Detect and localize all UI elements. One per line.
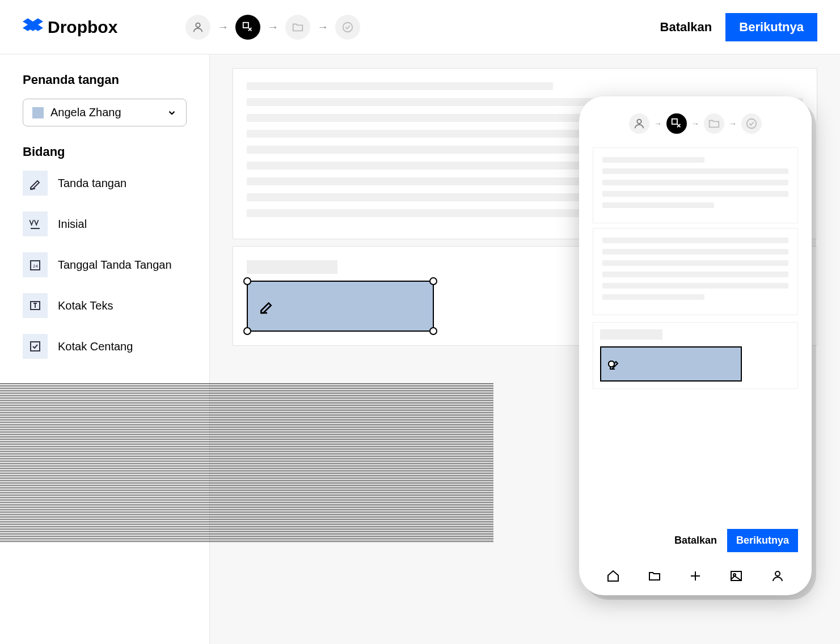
svg-rect-6	[31, 342, 40, 351]
field-label: Tanda tangan	[58, 177, 126, 190]
arrow-icon: →	[267, 20, 278, 33]
step-fields[interactable]	[666, 113, 687, 134]
mobile-actions: Batalkan Berikutnya	[593, 520, 798, 561]
nav-files[interactable]	[647, 568, 662, 584]
resize-handle[interactable]	[243, 327, 251, 335]
person-icon	[192, 21, 204, 33]
field-initials[interactable]: Inisial	[23, 211, 187, 236]
fields-list: Tanda tangan Inisial 24 Tanggal Tanda Ta…	[23, 171, 187, 359]
svg-point-2	[343, 22, 353, 32]
arrow-icon: →	[317, 20, 328, 33]
field-label: Kotak Teks	[58, 299, 113, 312]
skeleton-line	[602, 272, 788, 277]
mobile-doc-2	[593, 228, 798, 315]
folder-icon	[292, 21, 304, 33]
svg-point-7	[637, 120, 641, 124]
mobile-doc-area[interactable]	[593, 147, 798, 520]
fields-heading: Bidang	[23, 145, 187, 159]
step-confirm[interactable]	[741, 113, 762, 134]
brand-name: Dropbox	[48, 18, 117, 37]
signer-name: Angela Zhang	[50, 106, 160, 119]
initials-icon	[23, 211, 48, 236]
signature-field-placed[interactable]	[600, 346, 742, 382]
skeleton-line	[602, 157, 704, 163]
nav-account[interactable]	[770, 568, 786, 584]
field-label: Kotak Centang	[58, 340, 133, 353]
resize-handle[interactable]	[243, 277, 251, 285]
cancel-button[interactable]: Batalkan	[674, 535, 717, 546]
mobile-doc-1	[593, 147, 798, 223]
left-sidebar: Penanda tangan Angela Zhang Bidang Tanda…	[0, 54, 210, 644]
skeleton-line	[602, 294, 704, 300]
home-icon	[606, 569, 620, 583]
checkbox-icon	[23, 334, 48, 359]
dropbox-icon	[23, 17, 43, 37]
field-placeholder-label	[247, 260, 337, 274]
mobile-bottom-nav	[593, 561, 798, 584]
svg-rect-1	[243, 22, 248, 27]
resize-handle[interactable]	[429, 277, 437, 285]
field-textbox[interactable]: Kotak Teks	[23, 293, 187, 318]
field-signature[interactable]: Tanda tangan	[23, 171, 187, 196]
step-fields[interactable]	[235, 15, 260, 40]
signers-heading: Penanda tangan	[23, 73, 187, 87]
next-button[interactable]: Berikutnya	[727, 529, 798, 552]
header-actions: Batalkan Berikutnya	[660, 13, 817, 41]
step-confirm[interactable]	[335, 15, 360, 40]
svg-text:24: 24	[33, 264, 38, 269]
cancel-button[interactable]: Batalkan	[660, 20, 712, 35]
arrow-icon: →	[217, 20, 229, 33]
dropbox-logo: Dropbox	[23, 17, 117, 37]
svg-point-9	[747, 119, 757, 129]
step-signer[interactable]	[629, 113, 649, 134]
nav-photos[interactable]	[728, 568, 744, 584]
plus-icon	[689, 569, 702, 583]
skeleton-line	[602, 283, 788, 289]
mobile-stepper: → → →	[593, 113, 798, 134]
person-icon	[771, 569, 784, 583]
skeleton-line	[602, 202, 714, 208]
date-icon: 24	[23, 252, 48, 277]
chevron-down-icon	[167, 108, 177, 118]
resize-handle[interactable]	[608, 361, 615, 367]
field-label: Tanggal Tanda Tangan	[58, 259, 172, 272]
step-folder[interactable]	[285, 15, 310, 40]
step-folder[interactable]	[704, 113, 724, 134]
step-signer[interactable]	[185, 15, 210, 40]
arrow-icon: →	[729, 119, 737, 128]
skeleton-line	[602, 249, 788, 255]
resize-handle[interactable]	[429, 327, 437, 335]
skeleton-line	[602, 260, 788, 266]
signer-color-swatch	[32, 107, 44, 118]
mobile-sig-container	[593, 322, 798, 389]
app-header: Dropbox → → → Batalkan Berikutnya	[0, 0, 840, 54]
progress-stepper: → → →	[185, 15, 360, 40]
arrow-icon: →	[691, 119, 699, 128]
check-circle-icon	[341, 21, 354, 33]
skeleton-line	[602, 168, 788, 174]
image-icon	[729, 569, 743, 583]
signature-icon	[258, 297, 276, 315]
signature-icon	[23, 171, 48, 196]
skeleton-line	[247, 82, 553, 90]
cursor-square-icon	[242, 21, 254, 33]
check-circle-icon	[745, 117, 758, 130]
nav-add[interactable]	[687, 568, 703, 584]
svg-rect-8	[672, 119, 677, 124]
svg-point-12	[775, 571, 780, 576]
svg-point-0	[196, 23, 200, 27]
field-date[interactable]: 24 Tanggal Tanda Tangan	[23, 252, 187, 277]
skeleton-line	[247, 209, 581, 217]
signer-dropdown[interactable]: Angela Zhang	[23, 99, 187, 126]
textbox-icon	[23, 293, 48, 318]
nav-home[interactable]	[605, 568, 621, 584]
field-checkbox[interactable]: Kotak Centang	[23, 334, 187, 359]
field-label: Inisial	[58, 218, 87, 231]
folder-icon	[708, 117, 720, 130]
mobile-preview: → → →	[579, 96, 812, 595]
signature-field-placed[interactable]	[247, 281, 434, 332]
skeleton-line	[602, 238, 788, 243]
field-placeholder-label	[600, 329, 662, 340]
arrow-icon: →	[654, 119, 662, 128]
next-button[interactable]: Berikutnya	[725, 13, 817, 41]
